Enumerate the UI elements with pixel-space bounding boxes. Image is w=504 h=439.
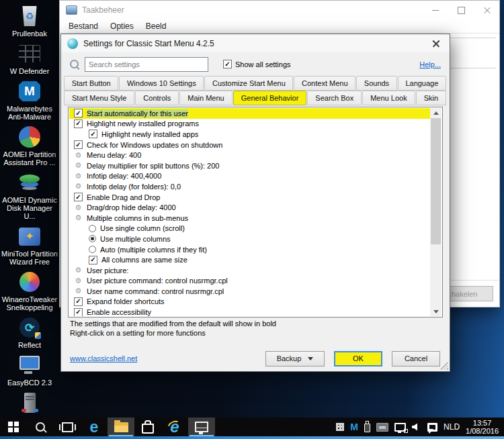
help-link[interactable]: Help... bbox=[419, 60, 441, 68]
setting-row-drag-drop-hide-delay-4000[interactable]: Drag/drop hide delay: 4000 bbox=[69, 202, 430, 213]
volume-icon[interactable] bbox=[412, 424, 421, 431]
setting-row-use-single-column-scroll[interactable]: Use single column (scroll) bbox=[69, 224, 430, 234]
scrollbar[interactable] bbox=[430, 108, 442, 316]
setting-label: User picture command: control nusrmgr.cp… bbox=[87, 277, 228, 285]
tab-skin[interactable]: Skin bbox=[416, 91, 446, 105]
desktop-icon-aomei-partition[interactable]: AOMEI Partition Assistant Pro ... bbox=[1, 125, 58, 166]
action-center-icon[interactable] bbox=[427, 423, 437, 432]
setting-row-start-automatically-for-this-user[interactable]: Start automatically for this user bbox=[69, 108, 430, 119]
maximize-icon[interactable] bbox=[448, 1, 474, 19]
search-button[interactable] bbox=[27, 418, 54, 436]
menu-opties[interactable]: Opties bbox=[104, 21, 140, 32]
taskmanager-titlebar[interactable]: Taakbeheer bbox=[60, 1, 499, 19]
scroll-up-icon[interactable] bbox=[430, 108, 442, 118]
checkbox-icon[interactable] bbox=[74, 297, 83, 306]
show-all-settings-checkbox[interactable] bbox=[223, 60, 232, 68]
radio-icon[interactable] bbox=[89, 235, 96, 242]
setting-row-infotip-delay-for-folders-0-0[interactable]: Infotip delay (for folders): 0,0 bbox=[69, 181, 430, 192]
usb-icon[interactable] bbox=[364, 422, 370, 432]
minimize-icon[interactable] bbox=[423, 1, 448, 19]
store-button[interactable] bbox=[134, 418, 161, 436]
resize-grip[interactable] bbox=[441, 362, 448, 370]
task-view-button[interactable] bbox=[54, 418, 81, 436]
setting-row-multiple-columns-in-sub-menus[interactable]: Multiple columns in sub-menus bbox=[69, 213, 430, 224]
network-icon[interactable] bbox=[394, 423, 406, 432]
desktop-icon-aomei-dynamic[interactable]: AOMEI Dynamic Disk Manager U... bbox=[1, 170, 58, 220]
tab-controls[interactable]: Controls bbox=[135, 91, 179, 105]
edge-button[interactable]: e bbox=[81, 418, 108, 436]
checkbox-icon[interactable] bbox=[74, 119, 83, 128]
setting-row-delay-multiplier-for-split-buttons-200[interactable]: Delay multiplier for split buttons (%): … bbox=[69, 160, 430, 171]
checkbox-icon[interactable] bbox=[74, 308, 83, 316]
desktop-icon-recycle-bin[interactable]: ♻Prullenbak bbox=[1, 4, 58, 38]
tab-context-menu[interactable]: Context Menu bbox=[294, 76, 355, 91]
menu-bestand[interactable]: Bestand bbox=[62, 21, 104, 32]
start-button[interactable] bbox=[0, 418, 27, 436]
language-indicator[interactable]: NLD bbox=[444, 422, 460, 432]
checkbox-icon[interactable] bbox=[74, 109, 83, 117]
menu-beeld[interactable]: Beeld bbox=[140, 21, 173, 32]
tab-start-button[interactable]: Start Button bbox=[64, 76, 118, 91]
tab-language[interactable]: Language bbox=[398, 76, 446, 91]
note-line-2: Right-click on a setting for more functi… bbox=[70, 328, 276, 338]
hidden-icons-icon[interactable] bbox=[336, 423, 344, 431]
tab-customize-start-menu[interactable]: Customize Start Menu bbox=[204, 76, 293, 91]
setting-row-all-columns-are-same-size[interactable]: All columns are same size bbox=[69, 254, 430, 265]
checkbox-icon[interactable] bbox=[74, 140, 83, 149]
classic-shell-icon bbox=[67, 38, 78, 49]
file-explorer-button[interactable] bbox=[108, 418, 134, 436]
clock-date: 1/08/2016 bbox=[466, 427, 499, 436]
radio-icon[interactable] bbox=[89, 225, 96, 232]
setting-row-user-picture[interactable]: User picture: bbox=[69, 265, 430, 276]
tab-sounds[interactable]: Sounds bbox=[356, 76, 397, 91]
checkbox-icon[interactable] bbox=[89, 256, 97, 264]
cancel-button[interactable]: Cancel bbox=[392, 351, 440, 367]
backup-button[interactable]: Backup bbox=[265, 351, 325, 367]
setting-row-user-picture-command-control-nusrmgr-cpl[interactable]: User picture command: control nusrmgr.cp… bbox=[69, 276, 430, 287]
setting-row-expand-folder-shortcuts[interactable]: Expand folder shortcuts bbox=[69, 297, 430, 307]
setting-row-highlight-newly-installed-apps[interactable]: Highlight newly installed apps bbox=[69, 129, 430, 140]
vm-icon[interactable]: vm bbox=[376, 423, 388, 432]
desktop-icon-easybcd[interactable]: EasyBCD 2.3 bbox=[1, 353, 58, 387]
close-icon[interactable] bbox=[474, 1, 499, 19]
tab-general-behavior[interactable]: General Behavior bbox=[233, 91, 307, 105]
desktop-icon-reflect[interactable]: ⟳Reflect bbox=[1, 315, 58, 349]
task-manager-button[interactable] bbox=[188, 418, 215, 436]
internet-explorer-button[interactable]: e bbox=[161, 418, 188, 436]
desktop-icon-minitool[interactable]: ✦MiniTool Partition Wizard Free bbox=[1, 224, 58, 266]
setting-row-highlight-newly-installed-programs[interactable]: Highlight newly installed programs bbox=[69, 119, 430, 130]
dialog-titlebar[interactable]: Settings for Classic Start Menu 4.2.5 bbox=[61, 34, 450, 52]
close-icon[interactable] bbox=[423, 34, 450, 52]
setting-row-user-name-command-control-nusrmgr-cpl[interactable]: User name command: control nusrmgr.cpl bbox=[69, 286, 430, 297]
classicshell-link[interactable]: www.classicshell.net bbox=[70, 354, 137, 362]
desktop-icon-malwarebytes[interactable]: MMalwarebytes Anti-Malware bbox=[1, 79, 58, 121]
setting-row-infotip-delay-400-4000[interactable]: Infotip delay: 400,4000 bbox=[69, 171, 430, 182]
tab-start-menu-style[interactable]: Start Menu Style bbox=[64, 91, 134, 105]
radio-icon[interactable] bbox=[89, 246, 96, 253]
tab-menu-look[interactable]: Menu Look bbox=[362, 91, 415, 105]
setting-row-auto-multiple-columns-if-they-fit[interactable]: Auto (multiple columns if they fit) bbox=[69, 244, 430, 255]
backup-dropdown-icon[interactable] bbox=[308, 357, 313, 363]
scroll-down-icon[interactable] bbox=[430, 306, 442, 316]
setting-row-menu-delay-400[interactable]: Menu delay: 400 bbox=[69, 150, 430, 160]
checkbox-icon[interactable] bbox=[89, 130, 97, 138]
clock[interactable]: 13:57 1/08/2016 bbox=[466, 419, 499, 436]
checkbox-icon[interactable] bbox=[74, 193, 83, 201]
desktop: ♻PrullenbakW DefenderMMalwarebytes Anti-… bbox=[0, 0, 504, 439]
setting-label: Infotip delay (for folders): 0,0 bbox=[87, 183, 181, 191]
setting-row-enable-accessibility[interactable]: Enable accessibility bbox=[69, 307, 430, 316]
setting-row-enable-drag-and-drop[interactable]: Enable Drag and Drop bbox=[69, 192, 430, 203]
search-input[interactable] bbox=[85, 57, 208, 72]
ok-button[interactable]: OK bbox=[334, 351, 382, 367]
tab-main-menu[interactable]: Main Menu bbox=[179, 91, 232, 105]
tab-search-box[interactable]: Search Box bbox=[307, 91, 362, 105]
malwarebytes-tray-icon[interactable]: M bbox=[350, 422, 358, 432]
desktop-icon-winaero[interactable]: WinaeroTweaker Snelkoppeling bbox=[1, 270, 58, 311]
tab-windows-10-settings[interactable]: Windows 10 Settings bbox=[119, 76, 204, 91]
setting-row-check-for-windows-updates-on-shutdown[interactable]: Check for Windows updates on shutdown bbox=[69, 140, 430, 150]
desktop-icon-defender[interactable]: W Defender bbox=[1, 42, 58, 75]
malwarebytes-icon: M bbox=[19, 79, 40, 103]
scrollbar-thumb[interactable] bbox=[431, 118, 441, 244]
setting-label: Auto (multiple columns if they fit) bbox=[100, 246, 207, 254]
setting-row-use-multiple-columns[interactable]: Use multiple columns bbox=[69, 234, 430, 244]
